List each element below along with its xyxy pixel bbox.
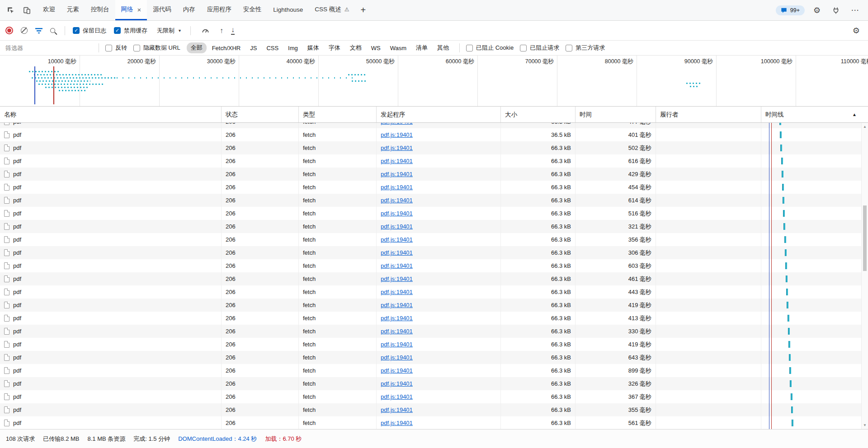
feedback-badge[interactable]: 99+ [776, 5, 805, 15]
close-tab-icon[interactable]: × [137, 6, 142, 13]
invert-checkbox[interactable]: 反转 [105, 44, 127, 52]
network-settings-gear-icon[interactable]: ⚙ [853, 26, 863, 36]
tab-application[interactable]: 应用程序 [201, 0, 237, 20]
initiator-link[interactable]: pdf.js:19401 [381, 131, 413, 138]
filter-pill[interactable]: Fetch/XHR [208, 43, 245, 53]
initiator-link[interactable]: pdf.js:19401 [381, 328, 413, 335]
initiator-link[interactable]: pdf.js:19401 [381, 341, 413, 348]
table-row[interactable]: pdf206fetchpdf.js:1940166.3 kB413 毫秒 [0, 312, 868, 325]
column-header-waterfall[interactable]: 时间线▲ [761, 107, 868, 122]
table-row[interactable]: pdf206fetchpdf.js:1940166.3 kB643 毫秒 [0, 351, 868, 364]
scrollbar-thumb[interactable] [863, 205, 867, 271]
initiator-link[interactable]: pdf.js:19401 [381, 380, 413, 387]
table-row[interactable]: pdf206fetchpdf.js:1940166.3 kB516 毫秒 [0, 207, 868, 220]
scroll-down-icon[interactable]: ▼ [862, 423, 868, 427]
tab-memory[interactable]: 内存 [177, 0, 201, 20]
tab-lighthouse[interactable]: Lighthouse [267, 0, 309, 20]
table-row[interactable]: pdf206fetchpdf.js:1940166.3 kB419 毫秒 [0, 338, 868, 351]
initiator-link[interactable]: pdf.js:19401 [381, 145, 413, 151]
hide-data-urls-checkbox[interactable]: 隐藏数据 URL [133, 44, 180, 52]
initiator-link[interactable]: pdf.js:19401 [381, 171, 413, 177]
filter-toggle-icon[interactable] [35, 28, 42, 33]
filter-pill[interactable]: WS [367, 43, 385, 53]
table-row[interactable]: pdf206fetchpdf.js:1940166.3 kB443 毫秒 [0, 285, 868, 299]
column-header-size[interactable]: 大小 [501, 107, 576, 122]
import-har-icon[interactable]: ↑ [220, 27, 223, 34]
network-overview[interactable]: 10000 毫秒20000 毫秒30000 毫秒40000 毫秒50000 毫秒… [0, 56, 868, 106]
record-network-log-button[interactable] [5, 27, 13, 34]
third-party-checkbox[interactable]: 第三方请求 [566, 44, 605, 52]
column-header-status[interactable]: 状态 [222, 107, 299, 122]
table-row[interactable]: pdf206fetchpdf.js:1940166.3 kB419 毫秒 [0, 299, 868, 312]
table-row[interactable]: pdf206fetchpdf.js:1940166.3 kB603 毫秒 [0, 259, 868, 272]
table-row[interactable]: pdf206fetchpdf.js:1940136.5 kB401 毫秒 [0, 128, 868, 141]
more-options-icon[interactable]: ⋯ [848, 4, 862, 17]
initiator-link[interactable]: pdf.js:19401 [381, 354, 413, 361]
initiator-link[interactable]: pdf.js:19401 [381, 197, 413, 204]
export-har-icon[interactable]: ↓ [231, 26, 235, 35]
throttling-select[interactable]: 无限制 ▾ [155, 25, 183, 36]
inspect-element-icon[interactable] [4, 4, 17, 17]
tab-css-overview[interactable]: CSS 概述⚠ [309, 0, 355, 20]
table-row[interactable]: pdf206fetchpdf.js:1940166.3 kB561 毫秒 [0, 416, 868, 429]
column-header-fulfilled-by[interactable]: 履行者 [656, 107, 761, 122]
initiator-link[interactable]: pdf.js:19401 [381, 275, 413, 282]
table-row[interactable]: pdf206fetchpdf.js:1940166.3 kB367 毫秒 [0, 390, 868, 403]
initiator-link[interactable]: pdf.js:19401 [381, 393, 413, 400]
tab-network[interactable]: 网络× [115, 0, 147, 20]
tab-console[interactable]: 控制台 [85, 0, 115, 20]
clear-network-log-button[interactable] [21, 27, 28, 34]
preserve-log-checkbox[interactable]: ✓ 保留日志 [73, 27, 106, 35]
initiator-link[interactable]: pdf.js:19401 [381, 406, 413, 413]
initiator-link[interactable]: pdf.js:19401 [381, 315, 413, 322]
tab-welcome[interactable]: 欢迎 [37, 0, 61, 20]
initiator-link[interactable]: pdf.js:19401 [381, 302, 413, 308]
device-toolbar-icon[interactable] [20, 4, 33, 17]
table-row[interactable]: pdf206fetchpdf.js:1940166.3 kB429 毫秒 [0, 168, 868, 181]
column-header-time[interactable]: 时间 [576, 107, 656, 122]
initiator-link[interactable]: pdf.js:19401 [381, 223, 413, 230]
filter-pill[interactable]: CSS [262, 43, 283, 53]
initiator-link[interactable]: pdf.js:19401 [381, 420, 413, 426]
search-icon[interactable] [50, 28, 55, 33]
initiator-link[interactable]: pdf.js:19401 [381, 249, 413, 256]
initiator-link[interactable]: pdf.js:19401 [381, 262, 413, 269]
table-row[interactable]: pdf206fetchpdf.js:1940166.3 kB614 毫秒 [0, 194, 868, 207]
filter-pill[interactable]: 字体 [325, 42, 344, 53]
column-header-name[interactable]: 名称 [0, 107, 222, 122]
table-row[interactable]: pdf206fetchpdf.js:1940166.3 kB321 毫秒 [0, 220, 868, 233]
column-header-type[interactable]: 类型 [299, 107, 377, 122]
blocked-requests-checkbox[interactable]: 已阻止请求 [520, 44, 559, 52]
filter-pill[interactable]: 文档 [346, 42, 366, 53]
table-row[interactable]: pdf206fetchpdf.js:1940166.3 kB356 毫秒 [0, 233, 868, 246]
table-row[interactable]: pdf206fetchpdf.js:1940166.3 kB616 毫秒 [0, 154, 868, 168]
blocked-cookies-checkbox[interactable]: 已阻止 Cookie [466, 44, 514, 52]
filter-pill[interactable]: JS [246, 43, 261, 53]
filter-pill[interactable]: Img [284, 43, 302, 53]
initiator-link[interactable]: pdf.js:19401 [381, 289, 413, 295]
vertical-scrollbar[interactable]: ▲ ▼ [861, 123, 868, 429]
scroll-up-icon[interactable]: ▲ [862, 125, 868, 129]
table-row[interactable]: pdf206fetchpdf.js:1940166.3 kB899 毫秒 [0, 364, 868, 377]
initiator-link[interactable]: pdf.js:19401 [381, 123, 413, 125]
table-row[interactable]: pdf206fetchpdf.js:1940166.3 kB330 毫秒 [0, 325, 868, 338]
initiator-link[interactable]: pdf.js:19401 [381, 367, 413, 374]
column-header-initiator[interactable]: 发起程序 [377, 107, 501, 122]
filter-pill[interactable]: 媒体 [303, 42, 323, 53]
table-row[interactable]: pdf206fetchpdf.js:1940166.3 kB454 毫秒 [0, 181, 868, 194]
filter-pill[interactable]: 全部 [187, 42, 207, 53]
table-row[interactable]: pdf206fetchpdf.js:1940166.3 kB326 毫秒 [0, 377, 868, 390]
filter-pill[interactable]: 其他 [433, 42, 453, 53]
filter-input[interactable] [5, 44, 92, 52]
filter-pill[interactable]: Wasm [386, 43, 410, 53]
table-row[interactable]: pdf206fetchpdf.js:1940166.3 kB502 毫秒 [0, 141, 868, 154]
tab-elements[interactable]: 元素 [61, 0, 85, 20]
initiator-link[interactable]: pdf.js:19401 [381, 158, 413, 164]
tab-security[interactable]: 安全性 [237, 0, 268, 20]
table-row[interactable]: pdf206fetchpdf.js:1940166.3 kB477 毫秒 [0, 123, 868, 128]
filter-pill[interactable]: 清单 [412, 42, 432, 53]
focus-mode-icon[interactable] [829, 4, 843, 17]
settings-gear-icon[interactable]: ⚙ [810, 4, 824, 17]
initiator-link[interactable]: pdf.js:19401 [381, 210, 413, 217]
tab-sources[interactable]: 源代码 [147, 0, 177, 20]
